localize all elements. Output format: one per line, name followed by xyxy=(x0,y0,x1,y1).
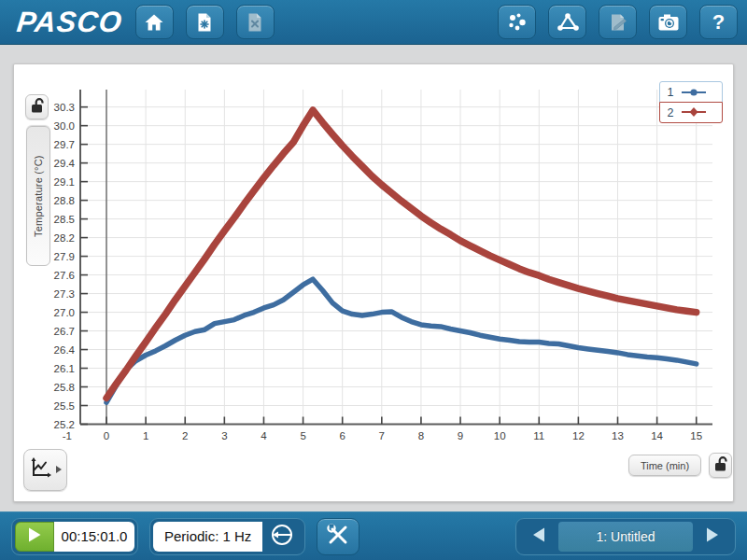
journal-button xyxy=(599,5,637,39)
arrow-right-icon xyxy=(705,526,720,546)
svg-text:29.4: 29.4 xyxy=(54,158,76,169)
previous-page-button[interactable] xyxy=(519,522,558,552)
y-axis-label-button[interactable]: Temperature (°C) xyxy=(26,126,50,266)
svg-text:30.3: 30.3 xyxy=(54,102,75,113)
recording-controls: 00:15:01.0 xyxy=(11,518,138,555)
start-button[interactable] xyxy=(15,522,54,552)
timer-display: 00:15:01.0 xyxy=(54,522,134,552)
sensor-devices-button[interactable] xyxy=(498,5,536,39)
help-icon: ? xyxy=(712,10,725,35)
svg-text:29.1: 29.1 xyxy=(54,176,75,188)
y-axis-lock-button[interactable] xyxy=(25,94,49,119)
bottom-toolbar: 00:15:01.0 Periodic: 1 Hz xyxy=(0,511,747,560)
play-icon xyxy=(27,526,42,546)
svg-text:-1: -1 xyxy=(63,430,72,441)
arrow-left-icon xyxy=(531,526,546,546)
x-axis-lock-button[interactable] xyxy=(709,453,732,478)
svg-text:11: 11 xyxy=(533,430,544,441)
tools-icon xyxy=(326,523,350,550)
svg-text:28.2: 28.2 xyxy=(54,232,75,244)
graph-tools-button[interactable] xyxy=(23,449,67,491)
legend-run2-marker-icon xyxy=(681,105,707,121)
journal-icon xyxy=(607,11,629,34)
svg-text:13: 13 xyxy=(612,430,624,441)
home-button[interactable] xyxy=(135,5,174,39)
svg-text:30.0: 30.0 xyxy=(54,120,75,132)
sampling-controls: Periodic: 1 Hz xyxy=(149,518,305,555)
legend: 1 2 xyxy=(659,81,723,123)
legend-run1-marker-icon xyxy=(681,84,707,101)
sensor-devices-icon xyxy=(506,11,529,34)
svg-text:8: 8 xyxy=(418,430,424,441)
svg-text:7: 7 xyxy=(379,430,385,441)
unlock-icon xyxy=(713,455,728,475)
pasco-logo: PASCO xyxy=(15,6,124,39)
svg-text:6: 6 xyxy=(339,430,345,441)
camera-icon xyxy=(656,11,681,34)
chart-svg[interactable]: 25.225.525.826.126.426.727.027.327.627.9… xyxy=(14,64,733,501)
svg-text:25.2: 25.2 xyxy=(54,419,75,430)
svg-text:29.7: 29.7 xyxy=(54,139,75,150)
close-experiment-icon xyxy=(244,11,266,34)
unlock-icon xyxy=(30,97,45,117)
sampling-options-button[interactable] xyxy=(262,522,302,552)
svg-text:26.4: 26.4 xyxy=(54,344,76,356)
svg-text:25.5: 25.5 xyxy=(54,400,75,412)
legend-run1-label: 1 xyxy=(667,86,674,99)
svg-text:9: 9 xyxy=(458,430,463,441)
svg-text:12: 12 xyxy=(572,430,585,441)
svg-text:0: 0 xyxy=(104,430,109,441)
top-toolbar: PASCO xyxy=(0,0,747,45)
svg-text:27.0: 27.0 xyxy=(54,307,75,318)
svg-text:15: 15 xyxy=(690,430,702,441)
page-navigation: 1: Untitled xyxy=(515,518,736,555)
sampling-mode-display[interactable]: Periodic: 1 Hz xyxy=(153,522,262,552)
svg-text:10: 10 xyxy=(494,430,506,441)
sampling-clock-icon xyxy=(269,522,295,551)
close-experiment-button xyxy=(236,5,275,39)
svg-text:26.7: 26.7 xyxy=(54,326,75,337)
legend-item-run2[interactable]: 2 xyxy=(659,102,723,123)
help-button[interactable]: ? xyxy=(699,5,738,39)
snapshot-button[interactable] xyxy=(649,5,687,39)
svg-text:5: 5 xyxy=(300,430,305,441)
home-icon xyxy=(143,11,165,34)
graph-tools-expand-icon xyxy=(55,463,63,477)
legend-item-run1[interactable]: 1 xyxy=(659,81,723,103)
svg-text:27.3: 27.3 xyxy=(54,288,75,300)
svg-text:2: 2 xyxy=(182,430,188,441)
svg-text:3: 3 xyxy=(221,430,227,441)
shared-session-button[interactable] xyxy=(548,5,586,39)
x-axis-label-button[interactable]: Time (min) xyxy=(628,455,701,476)
svg-text:27.9: 27.9 xyxy=(54,251,75,262)
svg-text:1: 1 xyxy=(143,430,148,441)
svg-text:14: 14 xyxy=(651,430,663,441)
svg-text:26.1: 26.1 xyxy=(54,363,75,374)
new-experiment-button[interactable] xyxy=(186,5,224,39)
new-experiment-icon xyxy=(193,11,216,34)
svg-text:28.8: 28.8 xyxy=(54,195,75,206)
experiment-tools-button[interactable] xyxy=(317,518,359,555)
svg-text:25.8: 25.8 xyxy=(54,382,75,393)
svg-text:28.5: 28.5 xyxy=(54,214,75,225)
shared-session-icon xyxy=(556,11,580,34)
legend-run2-label: 2 xyxy=(667,106,674,119)
page-title[interactable]: 1: Untitled xyxy=(558,522,693,552)
graph-tools-icon xyxy=(28,456,52,483)
svg-text:4: 4 xyxy=(261,430,267,441)
svg-text:27.6: 27.6 xyxy=(54,270,75,281)
next-page-button[interactable] xyxy=(693,522,732,552)
graph-panel: 25.225.525.826.126.426.727.027.327.627.9… xyxy=(13,63,734,502)
